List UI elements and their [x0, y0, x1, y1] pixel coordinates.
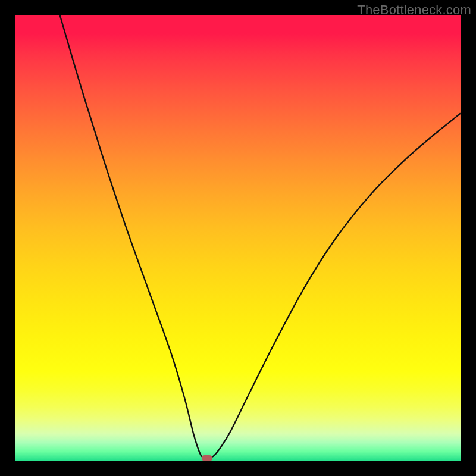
bottleneck-curve: [15, 15, 461, 461]
chart-stage: TheBottleneck.com: [0, 0, 476, 476]
curve-path: [60, 15, 461, 458]
min-point-marker: [202, 455, 212, 461]
plot-area: [15, 15, 461, 461]
